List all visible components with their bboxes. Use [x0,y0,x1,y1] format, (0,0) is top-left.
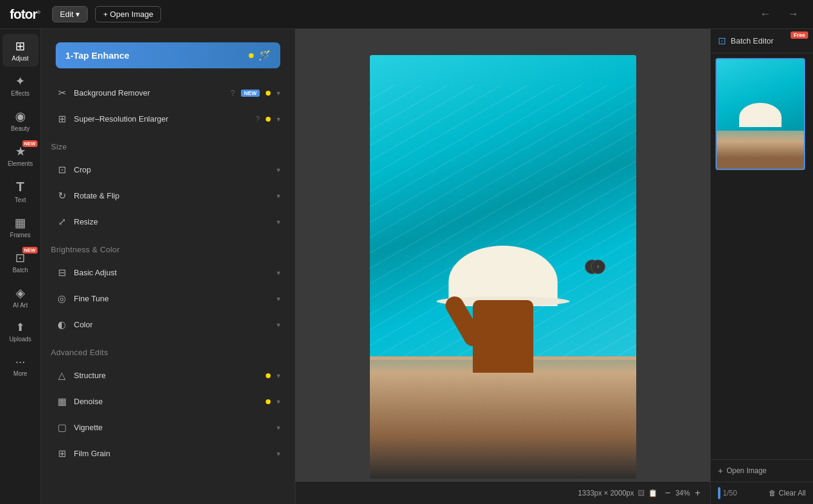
color-tool[interactable]: ◐ Color ▾ [46,312,290,337]
crop-icon: ⊡ [56,164,68,175]
image-icon: 🖼 [637,489,645,497]
image-dimensions: 1333px × 2000px [578,489,634,497]
thumb-person [736,103,785,169]
undo-button[interactable]: ← [755,5,775,23]
sidebar-item-frames[interactable]: ▦ Frames [2,211,39,243]
sidebar-item-label: AI Art [13,302,27,309]
vignette-tool[interactable]: ▢ Vignette ▾ [46,415,290,440]
sidebar-item-label: Text [15,197,25,203]
topbar: fotor® Edit ▾ + Open Image ← → [0,0,813,29]
redo-button[interactable]: → [783,5,803,23]
chevron-icon: ▾ [277,269,280,277]
chevron-icon: ▾ [277,450,280,458]
chevron-icon: ▾ [277,398,280,406]
effects-icon: ✦ [15,74,25,88]
chevron-icon: ▾ [277,371,280,380]
tool-name: Denoise [74,397,260,406]
denoise-tool[interactable]: ▦ Denoise ▾ [46,389,290,414]
resolution-icon: ⊞ [56,113,68,125]
tool-name: Super–Resolution Enlarger [74,114,249,123]
sidebar-item-beauty[interactable]: ◉ Beauty [2,104,39,137]
open-image-button[interactable]: + Open Image [95,6,161,22]
zoom-in-button[interactable]: + [695,488,700,499]
resize-icon: ⤢ [56,216,68,227]
sidebar-item-label: Elements [8,160,33,167]
dot-indicator [266,91,271,96]
film-grain-tool[interactable]: ⊞ Film Grain ▾ [46,441,290,466]
adjust-icon: ⊞ [15,39,25,53]
basic-adjust-icon: ⊟ [56,267,68,278]
help-icon: ? [255,115,260,123]
copy-icon: 📋 [648,489,657,497]
vignette-icon: ▢ [56,422,68,433]
sidebar-item-uploads[interactable]: ⬆ Uploads [2,316,39,347]
sidebar-item-label: Batch [13,267,28,273]
plus-icon: + [718,466,723,476]
clear-all-button[interactable]: 🗑 Clear All [769,489,806,497]
color-icon: ◐ [56,319,68,330]
add-image-label: Open Image [726,466,766,475]
super-resolution-tool[interactable]: ⊞ Super–Resolution Enlarger ? ▾ [46,106,290,131]
fine-tune-tool[interactable]: ◎ Fine Tune ▾ [46,286,290,311]
brightness-color-section-header: Brightness & Color [41,235,295,259]
basic-adjust-tool[interactable]: ⊟ Basic Adjust ▾ [46,260,290,285]
trash-icon: 🗑 [769,489,776,497]
sidebar-item-batch[interactable]: NEW ⊡ Batch [2,246,39,278]
one-tap-label: 1-Tap Enhance [65,50,130,61]
clear-all-label: Clear All [778,489,806,497]
expand-right-button[interactable]: › [591,260,605,274]
scissors-icon: ✂ [56,87,68,99]
tool-name: Basic Adjust [74,268,271,277]
denoise-icon: ▦ [56,396,68,407]
uploads-icon: ⬆ [16,321,25,334]
sidebar-item-label: More [13,370,27,377]
batch-editor-label: Batch Editor [731,36,774,45]
resize-tool[interactable]: ⤢ Resize ▾ [46,209,290,234]
rotate-flip-tool[interactable]: ↻ Rotate & Flip ▾ [46,183,290,208]
structure-tool[interactable]: △ Structure ▾ [46,363,290,388]
sidebar-item-text[interactable]: T Text [2,174,39,208]
chevron-icon: ▾ [277,166,280,174]
thumb-hat [739,103,782,127]
chevron-icon: ▾ [277,218,280,226]
frames-icon: ▦ [15,215,26,230]
main-layout: ⊞ Adjust ✦ Effects ◉ Beauty NEW ★ Elemen… [0,29,813,504]
ai-art-icon: ◈ [16,286,25,300]
size-section-header: Size [41,133,295,156]
edit-button[interactable]: Edit ▾ [52,6,88,22]
crop-tool[interactable]: ⊡ Crop ▾ [46,157,290,182]
sidebar-item-ai-art[interactable]: ◈ AI Art [2,281,39,313]
tool-name: Color [74,320,271,329]
hat [449,246,558,306]
sidebar-item-label: Beauty [11,125,30,132]
tool-name: Vignette [74,423,271,432]
more-icon: ··· [15,355,25,368]
sidebar-item-effects[interactable]: ✦ Effects [2,69,39,102]
fine-tune-icon: ◎ [56,293,68,304]
advanced-edits-section-header: Advanced Edits [41,338,295,362]
add-image-button[interactable]: + Open Image [711,459,813,482]
sidebar-item-adjust[interactable]: ⊞ Adjust [2,34,39,67]
tool-name: Background Remover [74,88,225,97]
new-badge: NEW [241,90,260,97]
background-remover-tool[interactable]: ✂ Background Remover ? NEW ▾ [46,80,290,105]
dot-indicator [249,53,254,58]
tool-name: Rotate & Flip [74,191,271,200]
zoom-out-button[interactable]: − [665,488,670,499]
zoom-value: 34% [676,489,690,497]
chevron-icon: ▾ [277,192,280,200]
right-panel: ⊡ Batch Editor Free + Open Image 1/50 🗑 [710,29,813,504]
tool-name: Crop [74,165,271,174]
sidebar-item-more[interactable]: ··· More [2,350,39,382]
one-tap-enhance-button[interactable]: 1-Tap Enhance 🪄 [56,42,280,68]
help-icon: ? [231,89,235,97]
page-indicator: 1/50 [718,487,737,499]
wand-icon: 🪄 [258,50,271,61]
canvas-area: ‹ › 1333px × 2000px 🖼 📋 − 34% + [295,29,710,504]
structure-icon: △ [56,370,68,381]
sidebar-item-elements[interactable]: NEW ★ Elements [2,139,39,172]
chevron-icon: ▾ [277,115,280,123]
thumbnail-image[interactable] [716,58,805,170]
sidebar-item-label: Adjust [12,55,29,62]
sidebar-item-label: Frames [10,232,31,238]
